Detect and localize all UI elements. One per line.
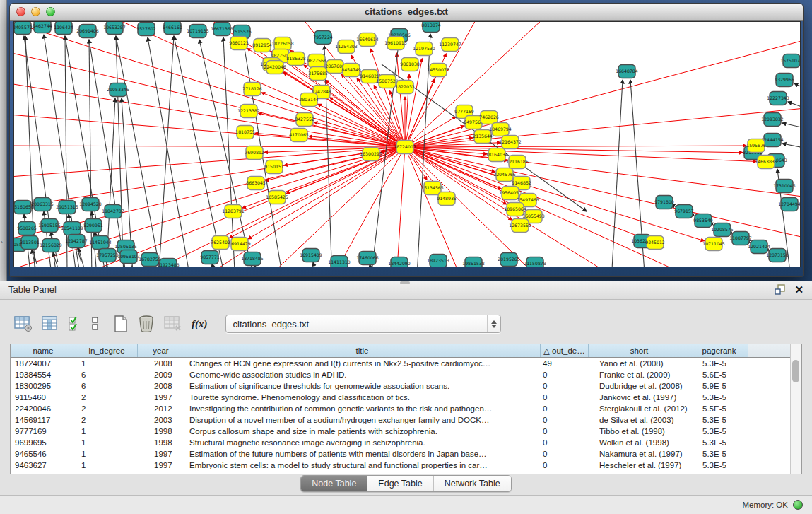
- close-traffic-light-icon[interactable]: [16, 7, 25, 16]
- table-cell: Estimation of the future numbers of pati…: [184, 448, 540, 460]
- network-canvas[interactable]: 2405572946274411064242069140610653287152…: [13, 21, 801, 267]
- cytoscape-app: › citations_edges.txt: [0, 0, 812, 514]
- graph-node-label: 10653287: [103, 25, 126, 30]
- table-header-row[interactable]: namein_degreeyeartitle△ out_de…shortpage…: [11, 344, 791, 358]
- graph-node-label: 16649614: [356, 37, 379, 42]
- column-header-year[interactable]: year: [137, 344, 184, 357]
- graph-node-label: 2135644: [473, 134, 493, 139]
- table-cell: 9465546: [11, 448, 76, 460]
- graph-node-label: 12213382: [237, 108, 260, 113]
- column-header-pagerank[interactable]: pagerank: [690, 344, 748, 357]
- table-row[interactable]: 969969511998Structural magnetic resonanc…: [11, 437, 791, 448]
- new-column-icon[interactable]: [113, 315, 129, 333]
- table-row[interactable]: 2242004622012Investigating the contribut…: [11, 403, 791, 414]
- graph-node-label: 11451944: [89, 240, 112, 245]
- memory-ok-icon[interactable]: [793, 500, 803, 510]
- table-row[interactable]: 1456911722003Disruption of a novel membe…: [11, 414, 791, 426]
- column-checklist-icon[interactable]: [68, 315, 82, 332]
- graph-node-label: 14550073: [427, 67, 449, 72]
- float-panel-icon[interactable]: [775, 284, 786, 295]
- table-cell: 2: [76, 414, 137, 426]
- graph-node-label: 19564050: [499, 190, 522, 195]
- table-cell: 5.3E-5: [690, 358, 748, 369]
- splitter-handle[interactable]: [400, 281, 410, 284]
- table-cell: 0: [540, 426, 588, 437]
- graph-node-label: 11087797: [729, 235, 752, 240]
- graph-node-label: 16915409: [300, 252, 322, 257]
- table-row[interactable]: 911546021997Tourette syndrome. Phenomeno…: [11, 392, 791, 403]
- graph-node-label: 9245012: [645, 240, 665, 245]
- column-header-title[interactable]: title: [184, 344, 540, 357]
- graph-node-label: 10541109: [61, 226, 83, 230]
- graph-node-label: 9150151: [264, 164, 284, 169]
- table-source-select[interactable]: citations_edges.txt: [225, 315, 501, 333]
- graph-node-label: 8290951: [83, 223, 103, 228]
- tab-node-table[interactable]: Node Table: [301, 476, 367, 491]
- table-cell: 5.3E-5: [690, 448, 748, 460]
- network-graph-svg[interactable]: 2405572946274411064242069140610653287152…: [14, 22, 800, 267]
- vertical-scrollbar[interactable]: [790, 344, 801, 474]
- import-table-icon[interactable]: [164, 315, 182, 332]
- minimize-traffic-light-icon[interactable]: [31, 7, 40, 16]
- network-window-titlebar[interactable]: citations_edges.txt: [10, 4, 803, 21]
- tab-network-table[interactable]: Network Table: [433, 476, 511, 491]
- delete-column-icon[interactable]: [138, 315, 155, 333]
- graph-node-label: 4170065: [289, 132, 309, 137]
- graph-node-label: 7957224: [313, 35, 333, 40]
- scrollbar-thumb[interactable]: [792, 360, 799, 382]
- table-toolbar: f(x) citations_edges.txt: [14, 312, 501, 336]
- table-cell: 0: [540, 414, 588, 426]
- graph-node-label: 15751074: [780, 58, 800, 63]
- tab-edge-table[interactable]: Edge Table: [367, 476, 433, 491]
- table-cell: Embryonic stem cells: a model to study s…: [184, 460, 540, 471]
- graph-node-label: 18226058: [271, 41, 294, 46]
- graph-node-label: 12673559: [509, 223, 531, 228]
- table-cell: 1: [76, 358, 137, 369]
- table-body[interactable]: 1872400712008Changes of HCN gene express…: [11, 358, 791, 471]
- column-header-name[interactable]: name: [11, 344, 76, 357]
- table-cell: Corpus callosum shape and size in male p…: [184, 426, 540, 437]
- graph-node-label: 12093832: [761, 117, 784, 122]
- show-columns-icon[interactable]: [42, 315, 59, 332]
- table-cell: 5.3E-5: [690, 460, 748, 471]
- side-panel-edge[interactable]: ›: [0, 0, 7, 281]
- table-panel-title: Table Panel: [8, 284, 57, 295]
- table-cell: 9463627: [11, 460, 76, 471]
- memory-status-label: Memory: OK: [742, 501, 788, 509]
- network-view-window[interactable]: citations_edges.txt 24055729462744110642…: [9, 3, 804, 277]
- graph-node-label: 12942787: [65, 238, 88, 243]
- graph-node-label: 7462026: [479, 115, 499, 119]
- table-row[interactable]: 1872400712008Changes of HCN gene express…: [11, 358, 791, 369]
- graph-node-label: 15887520: [376, 78, 399, 83]
- graph-node-label: 21150878: [524, 261, 546, 266]
- graph-node-label: 8427552: [295, 117, 314, 122]
- graph-node-label: 15497468: [517, 197, 539, 202]
- graph-node-label: 9861038: [400, 62, 420, 66]
- graph-node-label: 18724007: [394, 144, 416, 149]
- table-row[interactable]: 1938455462009Genome-wide association stu…: [11, 369, 791, 380]
- table-row[interactable]: 977716911998Corpus callosum shape and si…: [11, 426, 791, 437]
- graph-nodes: 2405572946274411064242069140610653287152…: [14, 22, 800, 267]
- function-builder-icon[interactable]: f(x): [192, 318, 208, 330]
- zoom-traffic-light-icon[interactable]: [46, 7, 55, 16]
- column-header-short[interactable]: short: [588, 344, 690, 357]
- column-header-out_de[interactable]: △ out_de…: [540, 344, 588, 357]
- graph-node-label: 12505135: [114, 244, 137, 249]
- table-row[interactable]: 946554611997Estimation of the future num…: [11, 448, 791, 460]
- collapse-arrow-icon[interactable]: ›: [1, 239, 3, 245]
- graph-node-label: 14663835: [755, 159, 777, 164]
- table-mode-icon[interactable]: [14, 315, 33, 332]
- graph-node-label: 1822032: [395, 84, 415, 89]
- table-cell: 9699695: [11, 437, 76, 448]
- close-panel-icon[interactable]: ✕: [794, 284, 804, 295]
- graph-node-label: 12156829: [40, 243, 62, 247]
- table-row[interactable]: 1830029562008Estimation of significance …: [11, 380, 791, 392]
- table-row[interactable]: 946362711997Embryonic stem cells: a mode…: [11, 460, 791, 471]
- column-header-in_degree[interactable]: in_degree: [76, 344, 137, 357]
- table-cell: 19384554: [11, 369, 76, 380]
- graph-node-label: 18923513: [427, 258, 449, 263]
- network-desktop: › citations_edges.txt: [0, 0, 812, 281]
- row-height-icon[interactable]: [91, 315, 100, 332]
- graph-node-label: 18300295: [360, 151, 382, 156]
- graph-node-label: 8813074: [421, 23, 441, 28]
